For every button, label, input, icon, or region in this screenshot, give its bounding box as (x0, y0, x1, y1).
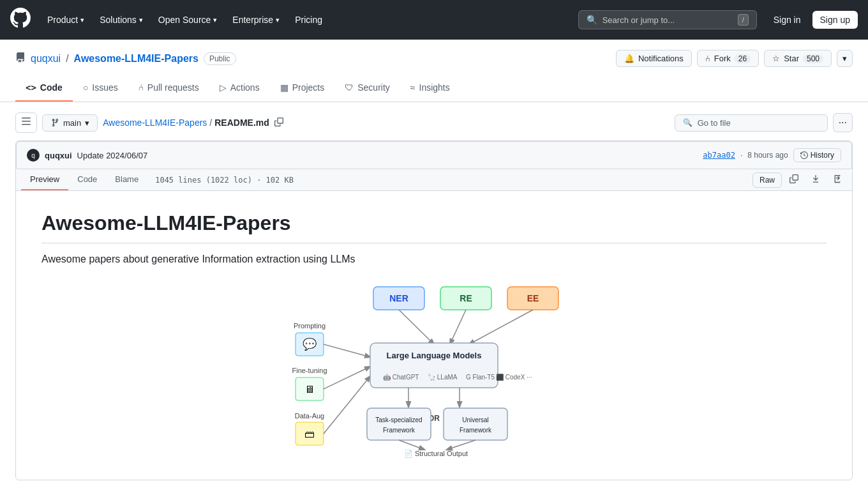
svg-line-20 (324, 376, 370, 434)
svg-text:🗃: 🗃 (304, 429, 315, 439)
svg-text:Large Language Models: Large Language Models (387, 351, 482, 360)
breadcrumb: Awesome-LLM4IE-Papers / README.md (103, 115, 286, 131)
svg-text:Fine-tuning: Fine-tuning (292, 367, 327, 374)
diagram-svg: NER RE EE Prompting 💬 F (271, 280, 597, 459)
actions-icon: ▷ (220, 82, 227, 93)
svg-text:NER: NER (389, 293, 408, 303)
tab-preview[interactable]: Preview (21, 169, 68, 190)
svg-line-19 (324, 367, 370, 389)
repo-owner-link[interactable]: quqxui (31, 53, 61, 65)
svg-text:Task-specialized: Task-specialized (375, 416, 422, 423)
commit-time: · (740, 151, 742, 160)
repo-name-link[interactable]: Awesome-LLM4IE-Papers (74, 53, 198, 65)
raw-button[interactable]: Raw (752, 172, 782, 188)
svg-text:Framework: Framework (460, 427, 492, 434)
svg-line-37 (447, 440, 475, 450)
security-icon: 🛡 (345, 82, 354, 93)
readme-diagram: NER RE EE Prompting 💬 F (41, 280, 827, 459)
svg-text:Framework: Framework (383, 427, 415, 434)
commit-hash[interactable]: ab7aa02 (703, 151, 735, 160)
repo-header: quqxui / Awesome-LLM4IE-Papers Public 🔔 … (0, 40, 868, 102)
fork-icon: ⑃ (705, 54, 710, 63)
repo-separator: / (66, 53, 68, 65)
tab-insights[interactable]: ≈ Insights (400, 75, 460, 102)
sign-in-button[interactable]: Sign in (767, 11, 807, 29)
repo-breadcrumb-link[interactable]: Awesome-LLM4IE-Papers (103, 118, 207, 128)
nav-solutions[interactable]: Solutions ▾ (93, 10, 149, 30)
svg-text:Data-Aug: Data-Aug (295, 412, 324, 420)
svg-text:🤖 ChatGPT: 🤖 ChatGPT (383, 373, 419, 381)
svg-rect-21 (370, 343, 498, 388)
download-button[interactable] (806, 171, 825, 189)
fork-count: 26 (735, 54, 751, 63)
copy-path-button[interactable] (272, 115, 286, 131)
repo-actions: 🔔 Notifications ⑃ Fork 26 ☆ Star 500 ▾ (616, 50, 853, 67)
chevron-down-icon: ▾ (80, 16, 84, 24)
avatar: q (27, 149, 40, 162)
nav-items: Product ▾ Solutions ▾ Open Source ▾ Ente… (41, 10, 568, 30)
top-nav: Product ▾ Solutions ▾ Open Source ▾ Ente… (0, 0, 868, 40)
readme-content: Awesome-LLM4IE-Papers Awesome papers abo… (16, 191, 852, 480)
svg-rect-30 (367, 408, 431, 440)
commit-bar: q quqxui Update 2024/06/07 ab7aa02 · 8 h… (16, 141, 852, 169)
nav-enterprise[interactable]: Enterprise ▾ (226, 10, 286, 30)
tab-blame[interactable]: Blame (106, 169, 147, 190)
search-kbd: / (738, 14, 749, 26)
tab-pull-requests[interactable]: ⑃ Pull requests (128, 75, 209, 102)
tab-code[interactable]: Code (68, 169, 106, 190)
commit-message: Update 2024/06/07 (77, 151, 148, 160)
file-view-tabs: Preview Code Blame 1045 lines (1022 loc)… (16, 169, 852, 191)
code-icon: <> (26, 82, 36, 93)
svg-text:Universal: Universal (462, 416, 489, 423)
sidebar-toggle-button[interactable] (15, 112, 37, 133)
tab-projects[interactable]: ▦ Projects (270, 75, 335, 102)
commit-author: quqxui (45, 151, 72, 160)
outline-button[interactable] (828, 171, 847, 189)
file-stats: 1045 lines (1022 loc) · 102 KB (147, 176, 301, 185)
search-bar[interactable]: 🔍 Search or jump to... / (578, 10, 757, 29)
notifications-button[interactable]: 🔔 Notifications (616, 50, 692, 67)
branch-selector[interactable]: main ▾ (42, 114, 98, 132)
svg-text:RE: RE (460, 293, 472, 303)
search-icon: 🔍 (683, 118, 692, 127)
fork-button[interactable]: ⑃ Fork 26 (697, 50, 759, 67)
nav-pricing[interactable]: Pricing (288, 10, 329, 30)
more-options-button[interactable]: ··· (833, 113, 853, 132)
file-header-bar: main ▾ Awesome-LLM4IE-Papers / README.md… (15, 112, 853, 133)
svg-rect-33 (444, 408, 507, 440)
star-button[interactable]: ☆ Star 500 (764, 50, 832, 67)
copy-content-button[interactable] (784, 171, 804, 189)
tab-security[interactable]: 🛡 Security (334, 75, 400, 102)
tab-actions[interactable]: ▷ Actions (209, 75, 270, 102)
tab-code[interactable]: <> Code (15, 75, 73, 102)
svg-text:EE: EE (527, 293, 539, 303)
projects-icon: ▦ (280, 82, 288, 93)
file-breadcrumb: README.md (214, 118, 269, 128)
repo-icon (15, 52, 26, 65)
nav-auth-buttons: Sign in Sign up (767, 11, 858, 29)
chevron-down-icon: ▾ (276, 16, 280, 24)
svg-text:🦙 LLaMA: 🦙 LLaMA (428, 373, 458, 381)
svg-text:🖥: 🖥 (304, 384, 315, 395)
go-to-file-input[interactable]: 🔍 Go to file (675, 114, 828, 132)
tab-issues[interactable]: ○ Issues (73, 75, 128, 102)
star-add-button[interactable]: ▾ (837, 50, 853, 67)
svg-line-7 (450, 310, 466, 344)
file-actions: Raw (752, 171, 847, 189)
chevron-down-icon: ▾ (85, 118, 89, 128)
commit-time-ago: 8 hours ago (747, 151, 788, 160)
github-logo[interactable] (10, 8, 31, 32)
chevron-down-icon: ▾ (139, 16, 143, 24)
chevron-down-icon: ▾ (842, 54, 847, 63)
nav-open-source[interactable]: Open Source ▾ (152, 10, 224, 30)
svg-text:💬: 💬 (303, 337, 317, 351)
file-view: q quqxui Update 2024/06/07 ab7aa02 · 8 h… (15, 141, 853, 480)
svg-text:Prompting: Prompting (294, 322, 326, 330)
sign-up-button[interactable]: Sign up (812, 11, 858, 29)
svg-line-18 (324, 344, 370, 357)
insights-icon: ≈ (410, 82, 415, 93)
svg-line-6 (399, 310, 434, 344)
history-button[interactable]: History (793, 148, 841, 162)
repo-tabs: <> Code ○ Issues ⑃ Pull requests ▷ Actio… (15, 75, 853, 102)
nav-product[interactable]: Product ▾ (41, 10, 91, 30)
